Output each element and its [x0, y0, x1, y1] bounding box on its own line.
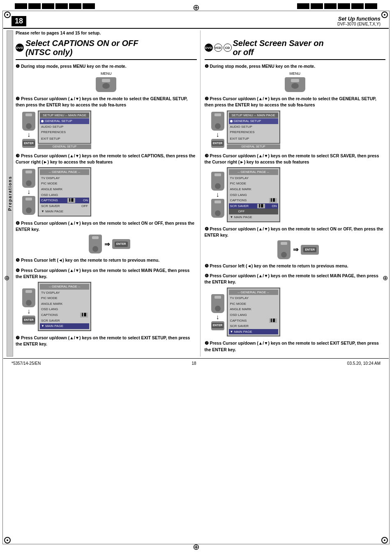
- footer-left: *5357/14-25/EN: [12, 361, 41, 366]
- remote-r2a: [211, 112, 224, 131]
- disc-dvd-icon-r: DVD: [205, 44, 213, 52]
- deco-bar-r4: [338, 3, 350, 9]
- model-number: DVF-3070 (EN/E,T,X,Y): [337, 22, 380, 26]
- gen-row6-pic: PIC MODE: [40, 295, 89, 301]
- setup-title: SETUP MENU -- MAIN PAGE: [40, 113, 89, 118]
- gen-row6-main: ▼ MAIN PAGE: [40, 323, 89, 329]
- right-title-line1: Select Screen Saver on: [233, 39, 324, 48]
- left-section-header: DVD Select CAPTIONS ON or OFF (NTSC only…: [16, 39, 197, 60]
- right-step-1: ❶ During stop mode, press MENU key on th…: [205, 63, 386, 92]
- disc-dvd-icon: DVD: [16, 44, 24, 52]
- gen-screen-main: -- GENERAL PAGE -- TV DISPLAY PIC MODE A…: [38, 282, 91, 331]
- enter-btn-r6: ENTER: [211, 321, 224, 330]
- right-spacer: [205, 30, 386, 39]
- gen-row-r-off: OFF: [229, 209, 278, 214]
- right-step-5: ❺ Press Cursor left (◄) key on the remot…: [205, 263, 386, 269]
- left-step-2-text: Press Cursor up/down (▲/▼) keys on the r…: [16, 96, 187, 107]
- left-step-3-text: Press Cursor up/down (▲/▼) keys on the r…: [16, 153, 195, 164]
- left-step-2: ❷ Press Cursor up/down (▲/▼) keys on the…: [16, 96, 197, 149]
- reg-mark-tr: [381, 12, 388, 18]
- screen-r6: -- GENERAL PAGE -- TV DISPLAY PIC MODE A…: [227, 288, 386, 337]
- disc-vcd-icon-r: VCD: [214, 44, 222, 52]
- right-step-7-text: Press Cursor up/down (▲/▼) keys on the r…: [205, 341, 379, 352]
- deco-bar-r2: [311, 3, 323, 9]
- gen-row6-angle: ANGLE MARK: [40, 301, 89, 307]
- left-step-6: ❻ Press Cursor up/down (▲/▼) keys on the…: [16, 267, 197, 331]
- gen-row-r-angle: ANGLE MARK: [229, 187, 278, 192]
- remote-2a: [22, 112, 35, 131]
- screen-r3: -- GENERAL PAGE -- TV DISPLAY PIC MODE A…: [227, 167, 386, 222]
- setup-screen-r: SETUP MENU -- MAIN PAGE GENERAL SETUP AU…: [227, 111, 280, 144]
- remote-r3a: [211, 172, 224, 191]
- page-footer: *5357/14-25/EN 18 03.5.20, 10:24 AM: [3, 358, 389, 368]
- right-step-1-text: During stop mode, press MENU key on the …: [210, 64, 315, 69]
- right-step-2-text: Press Cursor up/down (▲/▼) keys on the r…: [205, 96, 376, 107]
- left-step-7-num: ❼: [16, 335, 20, 340]
- left-step-6-num: ❻: [16, 268, 20, 273]
- arrow-down-2: ↓: [27, 131, 30, 138]
- side-tab: Preparations: [7, 30, 13, 357]
- left-step-4: ❹ Press Cursor up/down (▲/▼) keys on the…: [16, 220, 197, 253]
- page-header: 18 Set Up functions DVF-3070 (EN/E,T,X,Y…: [3, 12, 389, 29]
- page-number-block: 18: [12, 16, 26, 26]
- arrow-down-r2: ↓: [216, 131, 219, 138]
- gen-row6-captions: CAPTIONS▐▐▌: [40, 312, 89, 318]
- remote-4: [89, 235, 102, 253]
- remote-r3b: [211, 199, 224, 218]
- gen-row-main: ▼ MAIN PAGE: [40, 209, 89, 214]
- remote-col-r2: ↓ ENTER: [211, 112, 224, 148]
- gen-row-r6-main: ▼ MAIN PAGE: [229, 329, 278, 335]
- left-title-line2: (NTSC only): [25, 48, 138, 57]
- right-step-2-img: ↓ ENTER SETUP MENU -- MAIN PAGE GENERAL …: [211, 111, 386, 149]
- setup-row-r-exit: EXIT SETUP: [229, 136, 278, 142]
- preparations-label: Preparations: [7, 176, 13, 211]
- right-step-4: ❹ Press Cursor up/down (▲/▼) keys on the…: [205, 226, 386, 259]
- page-number: 18: [12, 16, 26, 26]
- deco-bar-4: [55, 3, 68, 9]
- remote-col-6: ↓ ENTER: [22, 288, 35, 325]
- reg-mark-bl: [4, 537, 11, 543]
- deco-bar-1: [15, 3, 27, 9]
- left-step-4-img: ⇒ ENTER: [22, 235, 197, 253]
- deco-bar-6: [83, 3, 95, 9]
- gen-row6-tv: TV DISPLAY: [40, 290, 89, 296]
- left-step-5-num: ❺: [16, 258, 20, 263]
- gen-row-r6-scr: SCR SAVER: [229, 323, 278, 329]
- setup-row-prefs: PREFERENCES: [40, 129, 89, 135]
- deco-bar-r3: [324, 3, 337, 9]
- left-step-2-img: ↓ ENTER SETUP MENU -- MAIN PAGE GENERAL …: [22, 111, 197, 149]
- crosshair-bottom: ⊕: [193, 542, 200, 552]
- arrow-down-r6: ↓: [216, 314, 219, 320]
- left-step-3: ❸ Press Cursor up/down (▲/▼) keys on the…: [16, 153, 197, 216]
- left-step-7: ❼ Press Cursor up/down (▲/▼) keys on the…: [16, 335, 197, 347]
- set-up-title: Set Up functions: [337, 16, 380, 22]
- gen-row-r-scr: SCR SAVER▐▐▌ON: [229, 203, 278, 209]
- gen-page-title-3: -- GENERAL PAGE --: [40, 169, 89, 175]
- gen-row-r6-pic: PIC MODE: [229, 301, 278, 307]
- right-step-2: ❷ Press Cursor up/down (▲/▼) keys on the…: [205, 96, 386, 149]
- gen-row-r6-angle: ANGLE MARK: [229, 306, 278, 312]
- right-column: DVD VCD CD Select Screen Saver on or off…: [205, 30, 386, 357]
- screen-3: -- GENERAL PAGE -- TV DISPLAY PIC MODE A…: [38, 167, 197, 216]
- remote-r6a: [211, 294, 224, 313]
- remote-1: [96, 77, 116, 92]
- bottom-label-r2: GENERAL SETUP: [227, 144, 280, 149]
- gen-row-r-main: ▼ MAIN PAGE: [229, 214, 278, 220]
- right-menu-label: MENU: [290, 71, 301, 76]
- screen-r2: SETUP MENU -- MAIN PAGE GENERAL SETUP AU…: [227, 111, 386, 149]
- remote-col-3: ↓: [22, 169, 35, 215]
- remote-r1: [285, 77, 305, 92]
- screen-2: SETUP MENU -- MAIN PAGE GENERAL SETUP AU…: [38, 111, 197, 149]
- deco-bar-5: [69, 3, 81, 9]
- remote-r4: [277, 240, 291, 259]
- right-step-6-num: ❻: [205, 273, 209, 278]
- gen-page-title-6: -- GENERAL PAGE --: [40, 284, 89, 290]
- right-section-header: DVD VCD CD Select Screen Saver on or off: [205, 39, 386, 60]
- left-section-title: Select CAPTIONS ON or OFF (NTSC only): [25, 39, 138, 57]
- gen-row-r-captions: CAPTIONS▐▐▌: [229, 198, 278, 203]
- gen-row-r6-tv: TV DISPLAY: [229, 295, 278, 301]
- left-step-5: ❺ Press Cursor left (◄) key on the remot…: [16, 257, 197, 263]
- top-deco-bars-right: [297, 3, 377, 9]
- remote-col-r6: ↓ ENTER: [211, 294, 224, 330]
- main-content: Preparations Please refer to pages 14 an…: [7, 30, 385, 357]
